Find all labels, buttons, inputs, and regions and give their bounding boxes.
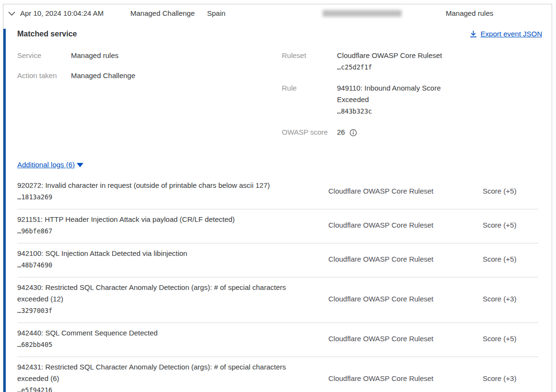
log-score: Score (+3) — [483, 293, 538, 305]
log-row: 942431: Restricted SQL Character Anomaly… — [17, 357, 538, 392]
log-hash: …e5f94216 — [17, 384, 316, 392]
owasp-score-value: 26 — [337, 127, 345, 138]
log-hash: …1813a269 — [17, 191, 316, 203]
log-score: Score (+5) — [483, 185, 538, 197]
log-score: Score (+3) — [483, 373, 538, 384]
event-action: Managed Challenge — [130, 8, 207, 19]
rule-hash: …843b323c — [337, 105, 457, 117]
info-icon[interactable] — [349, 129, 357, 137]
log-score: Score (+5) — [483, 219, 538, 231]
event-timestamp: Apr 10, 2024 10:04:24 AM — [20, 8, 130, 19]
action-taken-label: Action taken — [17, 70, 71, 81]
redacted-value-blur — [323, 10, 402, 17]
log-row: 942440: SQL Comment Sequence Detected …6… — [17, 323, 538, 357]
log-ruleset: Cloudflare OWASP Core Ruleset — [328, 293, 460, 305]
log-row: 920272: Invalid character in request (ou… — [17, 175, 538, 209]
log-ruleset: Cloudflare OWASP Core Ruleset — [328, 219, 460, 231]
rule-value: 949110: Inbound Anomaly Score Exceeded — [337, 82, 457, 105]
event-country: Spain — [207, 8, 323, 19]
log-score: Score (+5) — [483, 333, 538, 345]
log-ruleset: Cloudflare OWASP Core Ruleset — [328, 185, 460, 197]
service-field: Service Managed rules — [17, 50, 282, 61]
log-hash: …682bb405 — [17, 339, 316, 350]
log-description: 942440: SQL Comment Sequence Detected — [17, 327, 316, 339]
log-hash: …96bfe867 — [17, 225, 316, 237]
chevron-down-icon — [8, 10, 16, 17]
service-value: Managed rules — [71, 50, 118, 61]
log-description: 942431: Restricted SQL Character Anomaly… — [17, 361, 316, 384]
ruleset-value: Cloudflare OWASP Core Ruleset — [337, 50, 442, 61]
event-summary-row[interactable]: Apr 10, 2024 10:04:24 AM Managed Challen… — [3, 4, 552, 23]
log-ruleset: Cloudflare OWASP Core Ruleset — [328, 373, 460, 384]
log-ruleset: Cloudflare OWASP Core Ruleset — [328, 254, 460, 265]
triangle-down-icon — [77, 163, 83, 167]
log-description: 920272: Invalid character in request (ou… — [17, 180, 316, 191]
log-row: 942100: SQL Injection Attack Detected vi… — [17, 243, 538, 277]
rule-field: Rule 949110: Inbound Anomaly Score Excee… — [282, 82, 542, 117]
ruleset-label: Ruleset — [282, 50, 337, 73]
expanded-detail-section: Matched service Export event JSON Servic… — [3, 29, 552, 392]
log-score: Score (+5) — [483, 254, 538, 265]
owasp-score-field: OWASP score 26 — [282, 127, 542, 138]
rule-label: Rule — [282, 82, 337, 117]
log-hash: …3297003f — [17, 305, 316, 316]
log-row: 921151: HTTP Header Injection Attack via… — [17, 209, 538, 243]
ruleset-field: Ruleset Cloudflare OWASP Core Ruleset …c… — [282, 50, 542, 73]
export-event-json-link[interactable]: Export event JSON — [470, 29, 542, 39]
log-row: 942430: Restricted SQL Character Anomaly… — [17, 277, 538, 323]
export-link-label: Export event JSON — [481, 29, 542, 39]
log-description: 942100: SQL Injection Attack Detected vi… — [17, 248, 316, 259]
download-icon — [470, 30, 477, 38]
action-taken-value: Managed Challenge — [71, 70, 135, 81]
log-description: 921151: HTTP Header Injection Attack via… — [17, 214, 316, 225]
log-hash: …48b74690 — [17, 259, 316, 271]
additional-logs-label: Additional logs (6) — [17, 160, 75, 170]
collapse-chevron-button[interactable] — [3, 10, 20, 17]
log-ruleset: Cloudflare OWASP Core Ruleset — [328, 333, 460, 345]
event-detail-panel: Apr 10, 2024 10:04:24 AM Managed Challen… — [3, 4, 552, 392]
event-service: Managed rules — [446, 8, 493, 19]
log-description: 942430: Restricted SQL Character Anomaly… — [17, 282, 316, 305]
additional-logs-toggle[interactable]: Additional logs (6) — [17, 160, 83, 170]
action-taken-field: Action taken Managed Challenge — [17, 70, 282, 81]
owasp-score-label: OWASP score — [282, 127, 337, 138]
matched-service-title: Matched service — [17, 29, 77, 39]
additional-logs-table: 920272: Invalid character in request (ou… — [17, 175, 538, 392]
ruleset-hash: …c25d2f1f — [337, 61, 442, 73]
service-label: Service — [17, 50, 71, 61]
